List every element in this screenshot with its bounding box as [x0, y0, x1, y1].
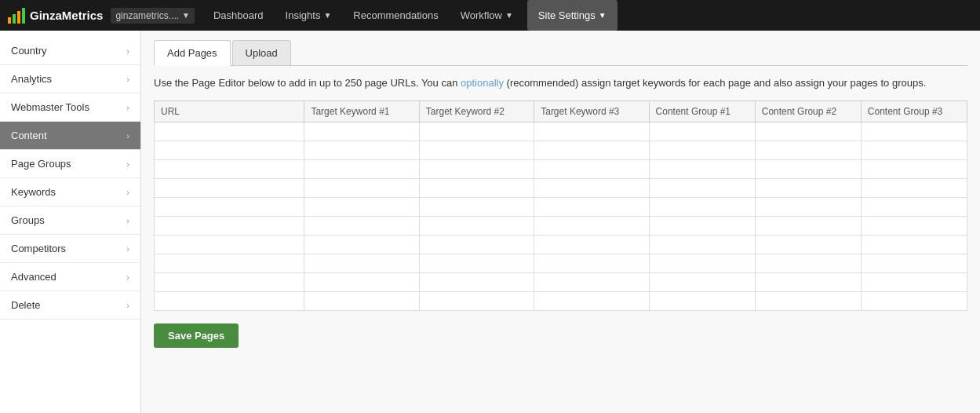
cell-r3-c4[interactable] [650, 179, 755, 197]
cell-r6-c6[interactable] [862, 236, 967, 254]
cell-r9-c5[interactable] [756, 292, 861, 310]
cell-r4-c1[interactable] [304, 198, 418, 216]
cell-r8-c0[interactable] [155, 273, 304, 291]
chevron-right-icon: › [126, 188, 129, 197]
cell-r0-c1[interactable] [304, 122, 418, 141]
cell-r4-c0[interactable] [155, 198, 304, 216]
cell-r4-c3[interactable] [534, 198, 648, 216]
col-url: URL [155, 101, 304, 122]
cell-r8-c3[interactable] [534, 273, 648, 291]
cell-r2-c1[interactable] [304, 160, 418, 178]
cell-r7-c1[interactable] [304, 254, 418, 272]
cell-r7-c3[interactable] [534, 254, 648, 272]
cell-r4-c2[interactable] [420, 198, 534, 216]
cell-r1-c1[interactable] [304, 141, 418, 159]
cell-r0-c0[interactable] [155, 122, 304, 141]
cell-r0-c3[interactable] [534, 122, 648, 141]
sidebar-item-competitors[interactable]: Competitors › [0, 235, 140, 263]
table-row [155, 122, 967, 141]
cell-r0-c4[interactable] [650, 122, 755, 141]
cell-r9-c6[interactable] [862, 292, 967, 310]
sidebar-item-country[interactable]: Country › [0, 37, 140, 65]
cell-r1-c4[interactable] [650, 141, 755, 159]
cell-r2-c0[interactable] [155, 160, 304, 178]
cell-r6-c3[interactable] [534, 236, 648, 254]
cell-r8-c6[interactable] [862, 273, 967, 291]
table-row [155, 141, 967, 159]
cell-r8-c2[interactable] [420, 273, 534, 291]
cell-r3-c5[interactable] [756, 179, 861, 197]
chevron-right-icon: › [126, 131, 129, 141]
cell-r1-c3[interactable] [534, 141, 648, 159]
cell-r3-c3[interactable] [534, 179, 648, 197]
optional-text: optionally [461, 77, 504, 89]
cell-r3-c6[interactable] [862, 179, 967, 197]
cell-r3-c0[interactable] [155, 179, 304, 197]
sidebar-item-delete[interactable]: Delete › [0, 291, 140, 320]
chevron-right-icon: › [126, 159, 129, 169]
cell-r1-c2[interactable] [420, 141, 534, 159]
cell-r6-c2[interactable] [420, 236, 534, 254]
sidebar-item-webmaster-tools[interactable]: Webmaster Tools › [0, 93, 140, 122]
cell-r8-c4[interactable] [650, 273, 755, 291]
cell-r2-c3[interactable] [534, 160, 648, 178]
cell-r1-c5[interactable] [756, 141, 861, 159]
cell-r4-c4[interactable] [650, 198, 755, 216]
nav-insights[interactable]: Insights ▼ [275, 0, 343, 31]
nav-dashboard[interactable]: Dashboard [202, 0, 275, 31]
cell-r7-c4[interactable] [650, 254, 755, 272]
cell-r9-c0[interactable] [155, 292, 304, 310]
cell-r7-c0[interactable] [155, 254, 304, 272]
cell-r6-c5[interactable] [756, 236, 861, 254]
sidebar-item-analytics[interactable]: Analytics › [0, 65, 140, 93]
cell-r0-c6[interactable] [862, 122, 967, 141]
cell-r5-c4[interactable] [650, 217, 755, 235]
table-row [155, 159, 967, 178]
sidebar-item-keywords[interactable]: Keywords › [0, 178, 140, 206]
cell-r3-c2[interactable] [420, 179, 534, 197]
cell-r1-c6[interactable] [862, 141, 967, 159]
cell-r5-c6[interactable] [862, 217, 967, 235]
cell-r9-c4[interactable] [650, 292, 755, 310]
tab-add-pages[interactable]: Add Pages [154, 40, 231, 66]
cell-r1-c0[interactable] [155, 141, 304, 159]
chevron-right-icon: › [126, 301, 129, 310]
sidebar-item-advanced[interactable]: Advanced › [0, 263, 140, 291]
cell-r0-c5[interactable] [756, 122, 861, 141]
cell-r2-c5[interactable] [756, 160, 861, 178]
cell-r9-c1[interactable] [304, 292, 418, 310]
cell-r5-c0[interactable] [155, 217, 304, 235]
cell-r6-c0[interactable] [155, 236, 304, 254]
cell-r5-c1[interactable] [304, 217, 418, 235]
sidebar-item-page-groups[interactable]: Page Groups › [0, 150, 140, 178]
cell-r8-c1[interactable] [304, 273, 418, 291]
cell-r5-c2[interactable] [420, 217, 534, 235]
cell-r5-c3[interactable] [534, 217, 648, 235]
cell-r7-c2[interactable] [420, 254, 534, 272]
sidebar-item-content[interactable]: Content › [0, 122, 140, 150]
nav-recommendations[interactable]: Recommendations [342, 0, 449, 31]
chevron-right-icon: › [126, 244, 129, 254]
cell-r4-c6[interactable] [862, 198, 967, 216]
cell-r4-c5[interactable] [756, 198, 861, 216]
cell-r9-c2[interactable] [420, 292, 534, 310]
site-selector[interactable]: ginzametrics.... ▼ [111, 8, 195, 24]
tab-upload[interactable]: Upload [232, 40, 291, 65]
cell-r2-c2[interactable] [420, 160, 534, 178]
nav-workflow[interactable]: Workflow ▼ [450, 0, 524, 31]
nav-site-settings[interactable]: Site Settings ▼ [527, 0, 618, 31]
cell-r2-c4[interactable] [650, 160, 755, 178]
cell-r8-c5[interactable] [756, 273, 861, 291]
sidebar-item-groups[interactable]: Groups › [0, 206, 140, 235]
cell-r3-c1[interactable] [304, 179, 418, 197]
cell-r9-c3[interactable] [534, 292, 648, 310]
cell-r2-c6[interactable] [862, 160, 967, 178]
cell-r5-c5[interactable] [756, 217, 861, 235]
cell-r0-c2[interactable] [420, 122, 534, 141]
cell-r7-c5[interactable] [756, 254, 861, 272]
cell-r6-c4[interactable] [650, 236, 755, 254]
save-pages-button[interactable]: Save Pages [154, 323, 239, 348]
cell-r7-c6[interactable] [862, 254, 967, 272]
info-text: Use the Page Editor below to add in up t… [154, 75, 967, 91]
cell-r6-c1[interactable] [304, 236, 418, 254]
